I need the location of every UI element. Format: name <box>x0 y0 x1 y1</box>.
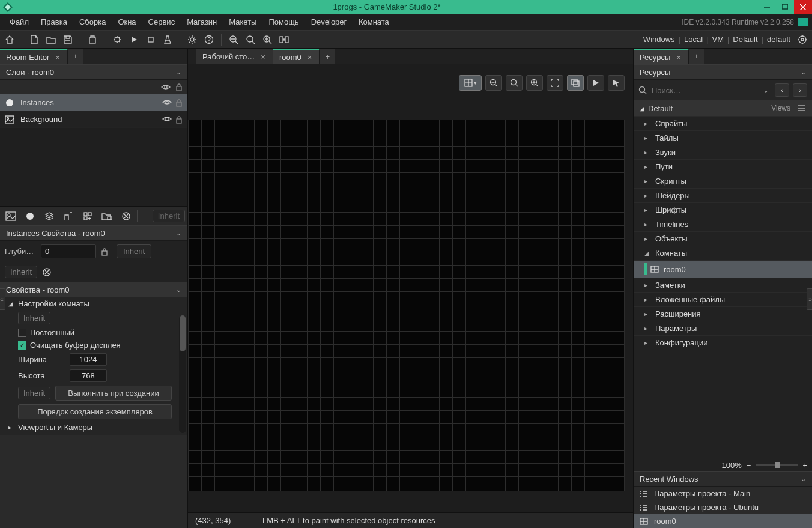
canvas-layers-button[interactable] <box>567 75 584 91</box>
tab-resources[interactable]: Ресурсы × <box>634 49 689 64</box>
target-vm[interactable]: VM <box>709 35 726 44</box>
persistent-checkbox[interactable] <box>18 329 26 337</box>
resource-folder[interactable]: ▸Конфигурации <box>634 335 812 350</box>
create-exe-button[interactable] <box>85 32 100 47</box>
clear-buffer-row[interactable]: Очищать буфер дисплея <box>0 339 177 351</box>
recent-window-item[interactable]: Параметры проекта - Ubuntu <box>634 500 812 514</box>
home-button[interactable] <box>2 32 17 47</box>
resource-folder[interactable]: ▸Заметки <box>634 278 812 292</box>
menu-макеты[interactable]: Макеты <box>223 15 262 29</box>
canvas-fullscreen-button[interactable] <box>547 75 563 91</box>
room-grid[interactable] <box>188 120 625 491</box>
resource-folder[interactable]: ▸Расширения <box>634 306 812 321</box>
room-canvas[interactable]: ▾ <box>188 64 633 512</box>
zoom-reset-button[interactable] <box>243 32 258 47</box>
canvas-select-mode-button[interactable] <box>608 75 625 91</box>
layers-header[interactable]: Слои - room0 ⌄ <box>0 64 187 80</box>
new-project-button[interactable] <box>27 32 41 47</box>
add-tile-layer-button[interactable] <box>41 208 58 224</box>
instance-order-button[interactable]: Порядок создания экземпляров <box>18 404 172 419</box>
add-path-layer-button[interactable] <box>60 208 77 224</box>
delete-layer-button[interactable] <box>118 208 135 224</box>
search-input[interactable] <box>652 86 757 95</box>
zoom-in-icon[interactable]: + <box>802 461 807 470</box>
menu-сборка[interactable]: Сборка <box>73 15 112 29</box>
add-instance-layer-button[interactable] <box>22 208 38 224</box>
resource-folder[interactable]: ▸Параметры <box>634 321 812 335</box>
lock-icon[interactable] <box>175 115 183 124</box>
canvas-zoom-in-button[interactable] <box>526 75 543 91</box>
minimize-button[interactable] <box>758 0 776 14</box>
resource-folder[interactable]: ▸Шейдеры <box>634 188 812 202</box>
resource-item[interactable]: room0 <box>634 260 812 278</box>
canvas-play-button[interactable] <box>587 75 604 91</box>
room-settings-group[interactable]: ◢Настройки комнаты <box>0 297 177 310</box>
recent-windows-header[interactable]: Recent Windows ⌄ <box>634 471 812 487</box>
zoom-out-icon[interactable]: − <box>747 461 751 470</box>
eye-icon[interactable] <box>162 99 172 107</box>
debug-button[interactable] <box>110 32 124 47</box>
feedback-icon[interactable] <box>798 18 808 26</box>
target-default[interactable]: Default <box>730 35 760 44</box>
zoom-out-button[interactable] <box>226 32 241 47</box>
prev-result-button[interactable]: ‹ <box>775 83 789 97</box>
next-result-button[interactable]: › <box>793 83 807 97</box>
resource-folder[interactable]: ▸Timelines <box>634 217 812 231</box>
add-folder-button[interactable] <box>98 208 115 224</box>
search-options-dropdown[interactable]: ⌄ <box>760 87 771 94</box>
target-manager-button[interactable] <box>795 32 810 47</box>
lock-icon[interactable] <box>175 83 183 91</box>
close-icon[interactable]: × <box>54 53 61 62</box>
clean-button[interactable] <box>160 32 175 47</box>
resource-folder[interactable]: ▸Пути <box>634 159 812 174</box>
instances-props-header[interactable]: Instances Свойства - room0 ⌄ <box>0 225 187 241</box>
scrollbar[interactable] <box>179 315 186 433</box>
workspace-tab[interactable]: room0× <box>273 49 320 64</box>
resource-tree[interactable]: ▸Спрайты▸Тайлы▸Звуки▸Пути▸Скрипты▸Шейдер… <box>634 116 812 459</box>
save-button[interactable] <box>61 32 75 47</box>
close-icon[interactable]: × <box>259 52 267 61</box>
menu-сервис[interactable]: Сервис <box>142 15 181 29</box>
resource-folder[interactable]: ▸Вложенные файлы <box>634 292 812 306</box>
creation-code-button[interactable]: Выполнить при создании <box>55 386 172 401</box>
resource-folder[interactable]: ▸Спрайты <box>634 116 812 130</box>
layer-item[interactable]: Instances <box>0 94 187 111</box>
menu-файл[interactable]: Файл <box>4 15 35 29</box>
docking-button[interactable] <box>277 32 291 47</box>
recent-window-item[interactable]: room0 <box>634 514 812 528</box>
room-properties-header[interactable]: Свойства - room0 ⌄ <box>0 282 187 297</box>
room-width-input[interactable] <box>70 353 107 366</box>
add-bg-layer-button[interactable] <box>2 208 19 224</box>
inherit-layers-button[interactable]: Inherit <box>153 210 185 222</box>
canvas-zoom-reset-button[interactable] <box>506 75 523 91</box>
menu-правка[interactable]: Правка <box>35 15 73 29</box>
resource-view-header[interactable]: ◢ Default Views <box>634 100 812 116</box>
workspace-tab[interactable]: Рабочий сто…× <box>196 49 273 64</box>
zoom-slider[interactable] <box>756 464 798 466</box>
add-workspace-tab-button[interactable]: + <box>320 49 335 64</box>
resource-folder[interactable]: ▸Тайлы <box>634 130 812 145</box>
inherit-depth-button[interactable]: Inherit <box>117 244 151 258</box>
preferences-button[interactable] <box>185 32 199 47</box>
open-project-button[interactable] <box>44 32 58 47</box>
resource-folder[interactable]: ▸Звуки <box>634 145 812 159</box>
depth-input[interactable] <box>41 244 96 258</box>
lock-icon[interactable] <box>175 99 183 107</box>
resources-header[interactable]: Ресурсы ⌄ <box>634 64 812 80</box>
resource-folder[interactable]: ◢Комнаты <box>634 246 812 260</box>
inherit-visible-button[interactable]: Inherit <box>5 266 37 278</box>
layer-item[interactable]: Background <box>0 111 187 128</box>
canvas-zoom-out-button[interactable] <box>485 75 502 91</box>
resource-folder[interactable]: ▸Шрифты <box>634 202 812 217</box>
expand-right-icon[interactable]: » <box>807 288 812 310</box>
menu-комната[interactable]: Комната <box>353 15 395 29</box>
recent-window-item[interactable]: Параметры проекта - Main <box>634 487 812 500</box>
menu-помощь[interactable]: Помощь <box>262 15 304 29</box>
target-windows[interactable]: Windows <box>641 35 677 44</box>
inherit-room-settings-button[interactable]: Inherit <box>18 312 50 324</box>
eye-icon[interactable] <box>162 115 172 124</box>
menu-developer[interactable]: Developer <box>305 15 353 29</box>
inherit-creation-button[interactable]: Inherit <box>18 387 50 399</box>
maximize-button[interactable] <box>776 0 794 14</box>
lock-icon[interactable] <box>101 247 112 256</box>
